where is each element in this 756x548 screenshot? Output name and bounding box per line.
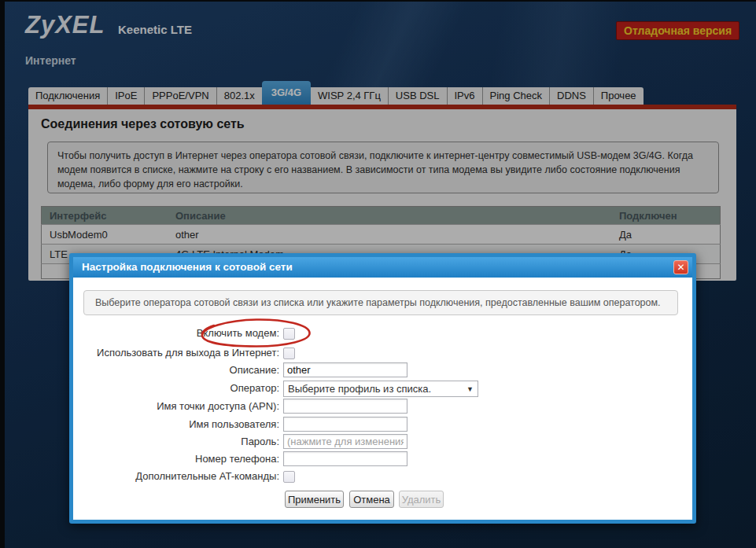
- apn-label: Имя точки доступа (APN):: [73, 400, 279, 412]
- phone-input[interactable]: [283, 451, 408, 466]
- cellular-settings-dialog: Настройка подключения к сотовой сети ✕ В…: [69, 253, 696, 524]
- form-row-description: Описание:: [73, 362, 577, 378]
- form-row-operator: Оператор: Выберите профиль из списка. ▼: [73, 381, 577, 396]
- form-row-phone: Номер телефона:: [73, 451, 577, 467]
- delete-button: Удалить: [399, 491, 444, 508]
- form-row-use-internet: Использовать для выхода в Интернет:: [73, 345, 577, 361]
- username-label: Имя пользователя:: [73, 418, 279, 430]
- dialog-title: Настройка подключения к сотовой сети: [73, 257, 692, 278]
- description-label: Описание:: [73, 364, 279, 376]
- close-icon[interactable]: ✕: [673, 260, 688, 274]
- operator-select-value: Выберите профиль из списка.: [288, 383, 463, 395]
- dialog-info-text: Выберите оператора сотовой связи из спис…: [83, 290, 678, 315]
- operator-label: Оператор:: [73, 382, 279, 394]
- use-internet-label: Использовать для выхода в Интернет:: [73, 347, 279, 359]
- at-commands-label: Дополнительные AT-команды:: [73, 470, 279, 482]
- phone-label: Номер телефона:: [73, 453, 279, 465]
- enable-modem-checkbox[interactable]: [283, 328, 295, 340]
- password-input[interactable]: [283, 434, 408, 449]
- form-row-username: Имя пользователя:: [73, 417, 577, 432]
- apn-input[interactable]: [283, 399, 408, 414]
- description-input[interactable]: [283, 362, 408, 377]
- form-row-password: Пароль:: [73, 434, 577, 450]
- use-internet-checkbox[interactable]: [283, 348, 295, 359]
- chevron-down-icon: ▼: [467, 385, 474, 393]
- form-row-apn: Имя точки доступа (APN):: [73, 399, 577, 414]
- form-row-at-commands: Дополнительные AT-команды:: [73, 469, 577, 484]
- password-label: Пароль:: [73, 436, 279, 447]
- operator-select[interactable]: Выберите профиль из списка. ▼: [283, 381, 478, 397]
- username-input[interactable]: [283, 417, 408, 432]
- apply-button[interactable]: Применить: [285, 491, 344, 508]
- dialog-body: Выберите оператора сотовой связи из спис…: [73, 278, 692, 520]
- at-commands-checkbox[interactable]: [283, 471, 295, 483]
- form-row-enable-modem: Включить модем:: [73, 325, 577, 341]
- enable-modem-label: Включить модем:: [73, 327, 279, 339]
- cancel-button[interactable]: Отмена: [349, 491, 394, 508]
